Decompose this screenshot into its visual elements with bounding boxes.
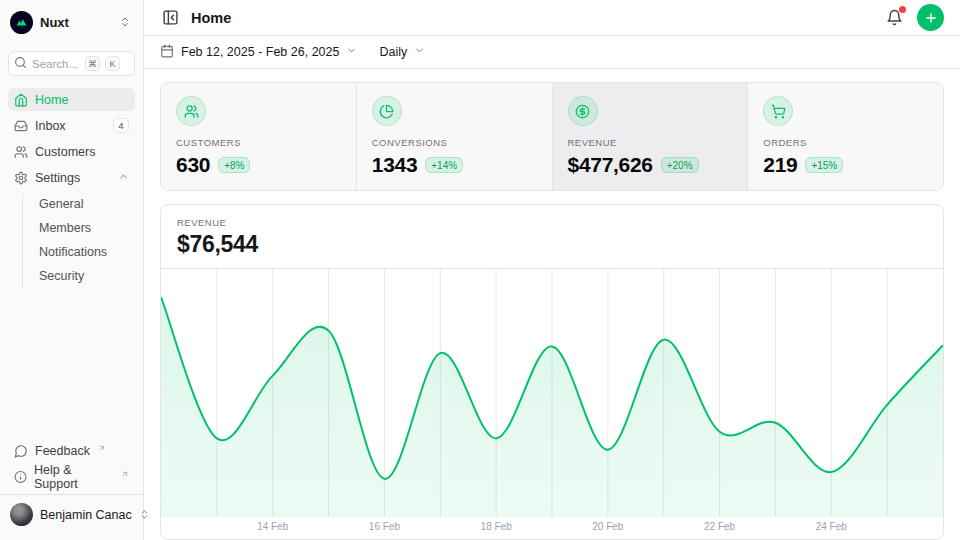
app-window: Nuxt ⌘ K Home Inbox 4 (0, 0, 960, 540)
nuxt-logo-icon (10, 11, 33, 34)
stat-conversions[interactable]: CONVERSIONS 1343 +14% (356, 83, 552, 190)
sidebar-item-label: Inbox (35, 119, 106, 133)
date-range-picker[interactable]: Feb 12, 2025 - Feb 26, 2025 (160, 44, 357, 61)
sidebar-item-label: Feedback (35, 444, 90, 458)
sidebar-item-label: Help & Support (34, 463, 113, 491)
workspace-name: Nuxt (40, 15, 112, 30)
sidebar-item-feedback[interactable]: Feedback (8, 439, 135, 462)
stat-delta-badge: +14% (425, 157, 463, 173)
chart-metric-label: REVENUE (177, 217, 927, 228)
notification-dot (899, 6, 906, 13)
stat-revenue[interactable]: REVENUE $477,626 +20% (552, 83, 748, 190)
stat-delta-badge: +20% (661, 157, 699, 173)
users-icon (14, 145, 28, 159)
workspace-switcher[interactable]: Nuxt (8, 8, 135, 37)
date-range-label: Feb 12, 2025 - Feb 26, 2025 (181, 45, 339, 59)
kbd-meta: ⌘ (85, 56, 100, 71)
sidebar-item-general[interactable]: General (35, 194, 135, 216)
x-tick-label: 22 Feb (704, 521, 735, 532)
chevron-up-icon (118, 171, 129, 185)
sidebar-item-label: Customers (35, 145, 129, 159)
plus-icon (924, 11, 938, 25)
stats-row: CUSTOMERS 630 +8% CONVERSIONS 1343 +14% (160, 82, 944, 191)
users-icon (176, 96, 206, 126)
chevron-down-icon (346, 45, 357, 59)
add-button[interactable] (917, 4, 944, 31)
main-panel: Home Feb 12, 2025 - Feb 26, 2025 (144, 0, 960, 540)
chart-metric-value: $76,544 (177, 231, 927, 258)
sidebar-item-label: Home (35, 93, 129, 107)
search-input[interactable] (32, 58, 80, 70)
granularity-label: Daily (379, 45, 407, 59)
revenue-chart-card: REVENUE $76,544 14 Feb16 Feb18 Feb20 Feb… (160, 204, 944, 540)
stat-value: $477,626 (568, 153, 653, 177)
sidebar-item-help-support[interactable]: Help & Support (8, 465, 135, 488)
user-avatar (10, 503, 33, 526)
stat-value: 630 (176, 153, 210, 177)
stat-customers[interactable]: CUSTOMERS 630 +8% (161, 83, 356, 190)
stat-value: 219 (763, 153, 797, 177)
arrow-up-right-icon (98, 441, 106, 455)
home-icon (14, 93, 28, 107)
sidebar-item-security[interactable]: Security (35, 266, 135, 288)
chart-header: REVENUE $76,544 (161, 205, 943, 269)
page-title: Home (191, 10, 231, 26)
calendar-icon (160, 44, 174, 61)
stat-delta-badge: +15% (805, 157, 843, 173)
shopping-cart-icon (763, 96, 793, 126)
stat-label: REVENUE (568, 137, 733, 148)
sidebar: Nuxt ⌘ K Home Inbox 4 (0, 0, 144, 540)
sidebar-item-settings[interactable]: Settings (8, 166, 135, 189)
arrow-up-right-icon (121, 467, 129, 481)
search-box[interactable]: ⌘ K (8, 51, 135, 76)
notifications-button[interactable] (884, 7, 905, 28)
stat-label: CUSTOMERS (176, 137, 341, 148)
x-tick-label: 14 Feb (257, 521, 288, 532)
sidebar-footer: Feedback Help & Support (8, 439, 135, 494)
x-tick-label: 24 Feb (816, 521, 847, 532)
granularity-select[interactable]: Daily (379, 45, 425, 59)
user-menu-button[interactable]: Benjamin Canac (0, 494, 143, 532)
chevrons-up-down-icon (119, 14, 131, 32)
x-tick-label: 20 Feb (592, 521, 623, 532)
sidebar-nav: Home Inbox 4 Customers Settings General (8, 88, 135, 288)
inbox-icon (14, 119, 28, 133)
filter-toolbar: Feb 12, 2025 - Feb 26, 2025 Daily (144, 36, 960, 69)
circle-dollar-icon (568, 96, 598, 126)
inbox-count-badge: 4 (113, 118, 129, 133)
stat-label: CONVERSIONS (372, 137, 537, 148)
stat-value: 1343 (372, 153, 418, 177)
search-icon (14, 55, 27, 73)
stat-orders[interactable]: ORDERS 219 +15% (747, 83, 943, 190)
sidebar-item-inbox[interactable]: Inbox 4 (8, 114, 135, 137)
panel-left-close-icon (162, 9, 179, 26)
chart-x-axis: 14 Feb16 Feb18 Feb20 Feb22 Feb24 Feb (161, 517, 943, 539)
kbd-k: K (105, 56, 120, 71)
message-circle-icon (14, 444, 28, 458)
sidebar-item-notifications[interactable]: Notifications (35, 242, 135, 264)
sidebar-item-home[interactable]: Home (8, 88, 135, 111)
x-tick-label: 16 Feb (369, 521, 400, 532)
sidebar-item-customers[interactable]: Customers (8, 140, 135, 163)
chart-pie-icon (372, 96, 402, 126)
dashboard-content: CUSTOMERS 630 +8% CONVERSIONS 1343 +14% (144, 69, 960, 540)
stat-delta-badge: +8% (218, 157, 250, 173)
settings-submenu: General Members Notifications Security (22, 194, 135, 288)
revenue-area-chart[interactable] (161, 269, 943, 517)
info-circle-icon (14, 470, 27, 484)
sidebar-item-label: Settings (35, 171, 111, 185)
sidebar-item-members[interactable]: Members (35, 218, 135, 240)
chevron-down-icon (414, 45, 425, 59)
gear-icon (14, 171, 28, 185)
collapse-sidebar-button[interactable] (160, 7, 181, 28)
top-bar: Home (144, 0, 960, 36)
stat-label: ORDERS (763, 137, 928, 148)
x-tick-label: 18 Feb (481, 521, 512, 532)
user-name: Benjamin Canac (40, 508, 132, 522)
